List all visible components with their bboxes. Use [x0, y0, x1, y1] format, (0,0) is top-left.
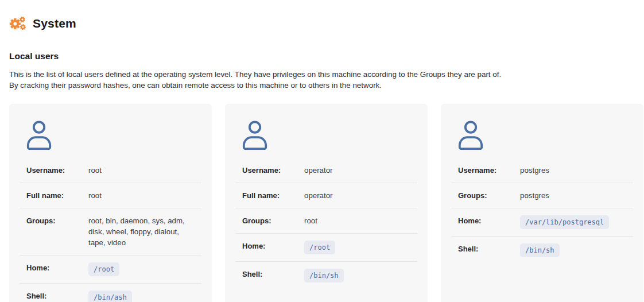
- user-fields: Username: postgres Groups: postgres Home…: [451, 158, 633, 264]
- field-value: /bin/sh: [520, 243, 626, 257]
- code-value-pill: /bin/ash: [88, 291, 132, 302]
- user-field-row: Shell: /bin/sh: [235, 262, 417, 289]
- user-fields: Username: operator Full name: operator G…: [235, 158, 417, 289]
- field-value: root: [304, 215, 410, 226]
- user-field-row: Shell: /bin/sh: [451, 237, 633, 264]
- user-field-row: Groups: root, bin, daemon, sys, adm, dis…: [20, 208, 201, 255]
- system-page: System Local users This is the list of l…: [0, 0, 644, 302]
- section-description: This is the list of local users defined …: [9, 69, 644, 91]
- user-field-row: Home: /root: [20, 255, 201, 284]
- field-value: postgres: [520, 165, 626, 176]
- user-cards: Username: root Full name: root Groups: r…: [9, 104, 644, 302]
- user-field-row: Username: root: [20, 158, 201, 183]
- user-field-row: Username: postgres: [451, 158, 633, 183]
- page-header: System: [9, 15, 644, 32]
- field-label: Home:: [26, 262, 88, 273]
- field-label: Username:: [26, 165, 88, 176]
- field-label: Shell:: [26, 291, 88, 301]
- field-label: Shell:: [242, 269, 304, 280]
- user-field-row: Groups: postgres: [451, 183, 633, 208]
- user-field-row: Home: /var/lib/postgresql: [451, 208, 633, 237]
- user-card: Username: root Full name: root Groups: r…: [9, 104, 212, 302]
- page-title: System: [33, 17, 76, 30]
- field-label: Username:: [458, 165, 520, 176]
- user-field-row: Username: operator: [235, 158, 417, 183]
- user-field-row: Groups: root: [235, 208, 417, 234]
- field-label: Groups:: [458, 190, 520, 201]
- person-icon: [26, 120, 201, 150]
- field-label: Full name:: [242, 190, 304, 201]
- description-line: This is the list of local users defined …: [9, 69, 644, 80]
- field-label: Username:: [242, 165, 304, 176]
- person-icon: [457, 120, 633, 150]
- field-value: operator: [304, 165, 410, 176]
- field-value: /var/lib/postgresql: [520, 215, 626, 229]
- field-value: root: [88, 190, 195, 201]
- person-icon: [242, 120, 417, 150]
- field-label: Home:: [458, 215, 520, 226]
- field-label: Full name:: [26, 190, 88, 201]
- user-fields: Username: root Full name: root Groups: r…: [20, 158, 201, 302]
- user-card: Username: operator Full name: operator G…: [225, 104, 428, 302]
- code-value-pill: /var/lib/postgresql: [520, 215, 609, 229]
- field-value: operator: [304, 190, 410, 201]
- user-field-row: Shell: /bin/ash: [20, 284, 201, 302]
- field-value: /root: [304, 241, 410, 254]
- field-label: Groups:: [242, 215, 304, 226]
- field-value: root, bin, daemon, sys, adm, disk, wheel…: [88, 215, 195, 248]
- field-value: /bin/sh: [304, 269, 410, 282]
- description-line: By cracking their password hashes, one c…: [9, 80, 644, 91]
- field-value: root: [88, 165, 195, 176]
- code-value-pill: /bin/sh: [304, 269, 344, 282]
- section-title: Local users: [9, 51, 644, 61]
- field-label: Shell:: [458, 243, 520, 254]
- gears-icon: [9, 15, 26, 32]
- user-field-row: Full name: operator: [235, 183, 417, 208]
- field-value: /root: [88, 262, 195, 276]
- field-value: /bin/ash: [88, 291, 195, 302]
- user-field-row: Full name: root: [20, 183, 201, 208]
- user-card: Username: postgres Groups: postgres Home…: [441, 104, 643, 302]
- code-value-pill: /root: [88, 262, 119, 276]
- field-value: postgres: [520, 190, 626, 201]
- code-value-pill: /bin/sh: [520, 243, 560, 257]
- code-value-pill: /root: [304, 241, 335, 254]
- field-label: Home:: [242, 241, 304, 251]
- field-label: Groups:: [26, 215, 88, 226]
- user-field-row: Home: /root: [235, 234, 417, 262]
